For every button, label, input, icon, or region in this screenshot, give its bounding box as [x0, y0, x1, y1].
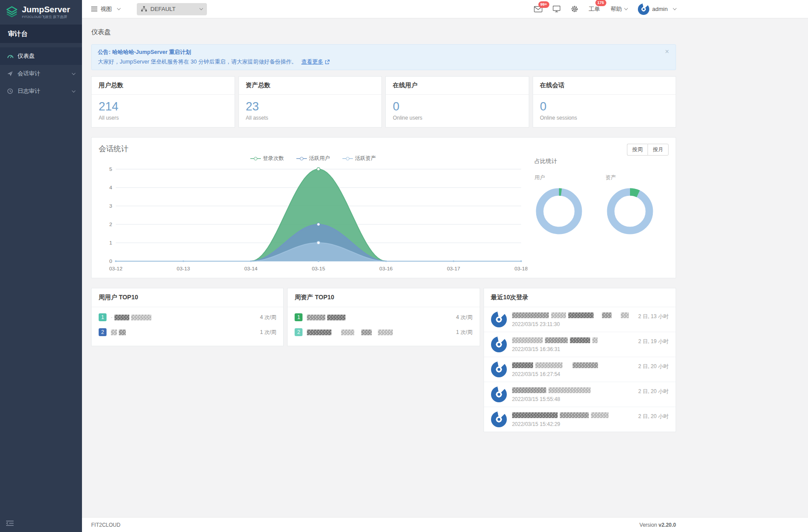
session-chart-area: 登录次数 活跃用户 活跃资产	[99, 155, 527, 274]
users-donut: 用户	[534, 174, 586, 236]
chevron-down-icon	[199, 7, 203, 10]
avatar	[491, 411, 507, 427]
jumpserver-logo-icon	[5, 6, 18, 19]
stat-value: 214	[99, 100, 228, 113]
list-item: 2022/03/15 15:55:48 2 日, 20 小时	[484, 382, 676, 407]
week-users-top10-panel: 周用户 TOP10 1 · 4 次/周	[91, 288, 284, 346]
panel-title: 周资产 TOP10	[288, 288, 479, 307]
svg-text:03-15: 03-15	[312, 266, 325, 271]
list-item: 2022/03/15 16:36:31 2 日, 19 小时	[484, 332, 676, 357]
legend-marker-icon	[342, 156, 353, 160]
login-duration: 2 日, 20 小时	[638, 411, 669, 427]
login-time: 2022/03/15 23:11:30	[512, 321, 633, 327]
user-avatar-icon	[638, 4, 649, 15]
sidebar-item-log-audit[interactable]: 日志审计	[0, 82, 82, 100]
legend-marker-icon	[296, 156, 307, 160]
login-duration: 2 日, 20 小时	[638, 362, 669, 377]
screen-icon	[553, 6, 560, 12]
web-terminal-button[interactable]	[553, 6, 560, 12]
table-row: 2 1 次/周	[288, 325, 479, 340]
main-area: 视图 DEFAULT	[82, 0, 808, 532]
stat-card-total-assets: 资产总数 23 All assets	[238, 76, 382, 128]
table-row: 2 1 次/周	[92, 325, 283, 340]
topbar: 视图 DEFAULT	[82, 0, 808, 18]
chevron-down-icon	[624, 7, 627, 10]
table-row: 1 · 4 次/周	[92, 310, 283, 325]
content: 仪表盘 公告: 哈哈哈哈-JumpServer 重启计划 大家好，JumpSer…	[82, 18, 808, 517]
brand-subtitle: FIT2CLOUD飞致云 旗下品牌	[22, 14, 70, 19]
settings-button[interactable]	[571, 5, 578, 13]
svg-text:03-13: 03-13	[177, 266, 190, 271]
legend-item-active-users[interactable]: 活跃用户	[296, 155, 330, 162]
by-month-button[interactable]: 按月	[648, 144, 669, 156]
jumpserver-app: JumpServer FIT2CLOUD飞致云 旗下品牌 审计台 仪表盘 会话审…	[0, 0, 808, 532]
legend-marker-icon	[250, 156, 261, 160]
sidebar-collapse-button[interactable]	[6, 520, 14, 528]
login-duration: 2 日, 19 小时	[638, 337, 669, 352]
topbar-actions: 99+	[534, 4, 676, 15]
week-assets-top10-panel: 周资产 TOP10 1 4 次/周 2	[287, 288, 480, 346]
messages-button[interactable]: 99+	[534, 6, 542, 12]
stat-caption: Online users	[393, 115, 522, 121]
paper-plane-icon	[7, 71, 18, 77]
logo[interactable]: JumpServer FIT2CLOUD飞致云 旗下品牌	[0, 0, 82, 25]
legend-label: 活跃资产	[355, 155, 376, 162]
redacted-asset-name	[307, 315, 345, 320]
redacted-login-name	[512, 312, 633, 318]
sidebar-item-label: 仪表盘	[18, 52, 75, 60]
svg-text:4: 4	[109, 184, 112, 190]
frequency-value: 4 次/周	[260, 314, 276, 321]
by-week-button[interactable]: 按周	[627, 144, 648, 156]
ratio-statistics-title: 占比统计	[534, 157, 669, 165]
stat-caption: Online sessions	[540, 115, 669, 121]
list-item: 2022/03/15 16:27:54 2 日, 20 小时	[484, 357, 676, 382]
close-icon[interactable]: ×	[665, 48, 669, 55]
history-icon	[7, 88, 18, 94]
login-duration: 2 日, 13 小时	[638, 312, 669, 327]
rank-badge: 1	[99, 313, 107, 321]
stat-title: 资产总数	[239, 77, 382, 95]
version-label: Version v2.20.0	[640, 522, 676, 528]
menu-icon	[91, 7, 97, 11]
sidebar-item-dashboard[interactable]: 仪表盘	[0, 47, 82, 65]
legend-item-logins[interactable]: 登录次数	[250, 155, 284, 162]
org-icon	[141, 6, 147, 12]
list-item: 2022/03/15 15:42:29 2 日, 20 小时	[484, 407, 676, 432]
org-selector[interactable]: DEFAULT	[137, 3, 207, 15]
login-time: 2022/03/15 16:36:31	[512, 346, 633, 352]
svg-text:03-14: 03-14	[244, 266, 258, 271]
user-menu[interactable]: admin	[638, 4, 676, 15]
recent-logins-panel: 最近10次登录 2022/03/15 23:11:30	[484, 288, 676, 432]
message-count-badge: 99+	[538, 1, 549, 8]
legend-item-active-assets[interactable]: 活跃资产	[342, 155, 376, 162]
redacted-login-name	[512, 337, 633, 343]
svg-text:03-18: 03-18	[514, 266, 527, 271]
stat-title: 在线会话	[533, 77, 676, 95]
sidebar-item-label: 会话审计	[18, 70, 70, 78]
svg-text:2: 2	[109, 221, 112, 227]
sidebar-item-session-audit[interactable]: 会话审计	[0, 65, 82, 82]
org-selector-value: DEFAULT	[150, 6, 176, 12]
rank-badge: 2	[295, 328, 303, 336]
sidebar-item-label: 日志审计	[18, 87, 70, 95]
help-menu[interactable]: 帮助	[611, 5, 627, 13]
view-menu[interactable]: 视图	[91, 5, 120, 13]
tickets-button[interactable]: 工单 175	[589, 5, 600, 13]
list-item: 2022/03/15 23:11:30 2 日, 13 小时	[484, 307, 676, 332]
announcement-see-more-link[interactable]: 查看更多	[301, 58, 330, 66]
help-label: 帮助	[611, 5, 622, 13]
redacted-login-name	[512, 387, 633, 393]
chevron-down-icon	[72, 71, 75, 74]
assets-donut: 资产	[605, 174, 657, 236]
stat-card-total-users: 用户总数 214 All users	[91, 76, 235, 128]
session-statistics-title: 会话统计	[99, 144, 669, 154]
avatar	[491, 387, 507, 402]
rank-badge: 2	[99, 328, 107, 336]
rank-badge: 1	[295, 313, 303, 321]
chevron-down-icon	[117, 7, 121, 10]
stat-value: 0	[393, 100, 522, 113]
announcement-body: 大家好，JumpServer 堡垒机服务将在 30 分钟后重启，请大家提前做好备…	[98, 58, 297, 66]
redacted-username: ·	[111, 315, 151, 320]
svg-text:03-12: 03-12	[109, 266, 122, 271]
sidebar-nav: 仪表盘 会话审计 日志审计	[0, 43, 82, 100]
